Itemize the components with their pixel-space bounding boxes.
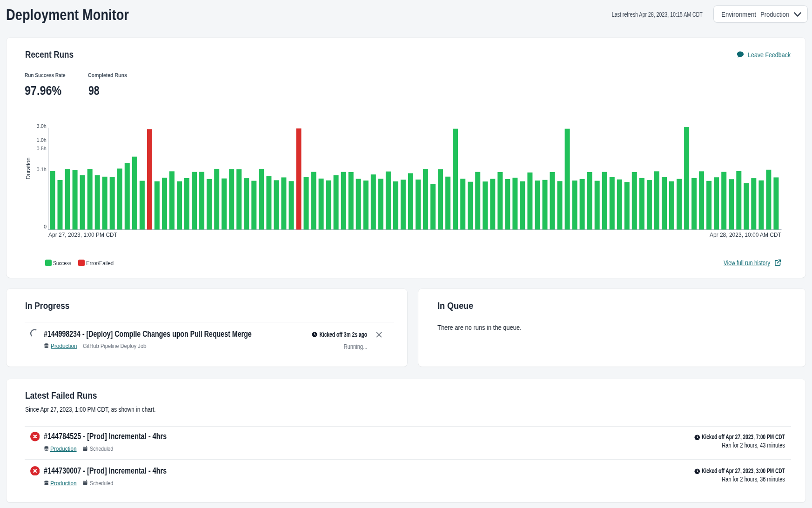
svg-text:3.0h: 3.0h bbox=[37, 123, 47, 129]
svg-text:0.1h: 0.1h bbox=[37, 167, 47, 172]
svg-text:1.0h: 1.0h bbox=[37, 137, 47, 143]
svg-text:0: 0 bbox=[44, 224, 47, 229]
svg-text:Apr 28, 2023, 10:00 AM CDT: Apr 28, 2023, 10:00 AM CDT bbox=[710, 232, 782, 238]
svg-text:Duration: Duration bbox=[25, 157, 32, 179]
svg-text:0.5h: 0.5h bbox=[37, 146, 47, 151]
svg-text:Apr 27, 2023, 1:00 PM CDT: Apr 27, 2023, 1:00 PM CDT bbox=[48, 232, 118, 238]
